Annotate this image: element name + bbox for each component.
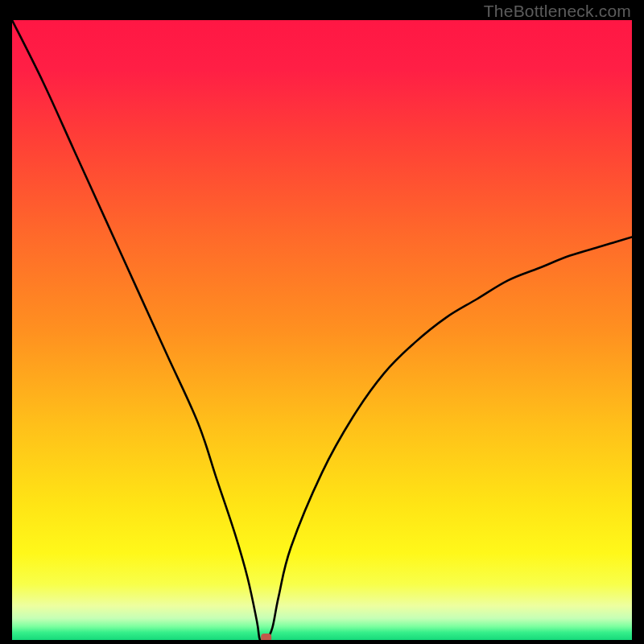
chart-frame: [12, 20, 632, 640]
minimum-marker: [261, 634, 271, 640]
bottleneck-chart: [12, 20, 632, 640]
chart-background: [12, 20, 632, 640]
watermark-text: TheBottleneck.com: [484, 2, 631, 21]
